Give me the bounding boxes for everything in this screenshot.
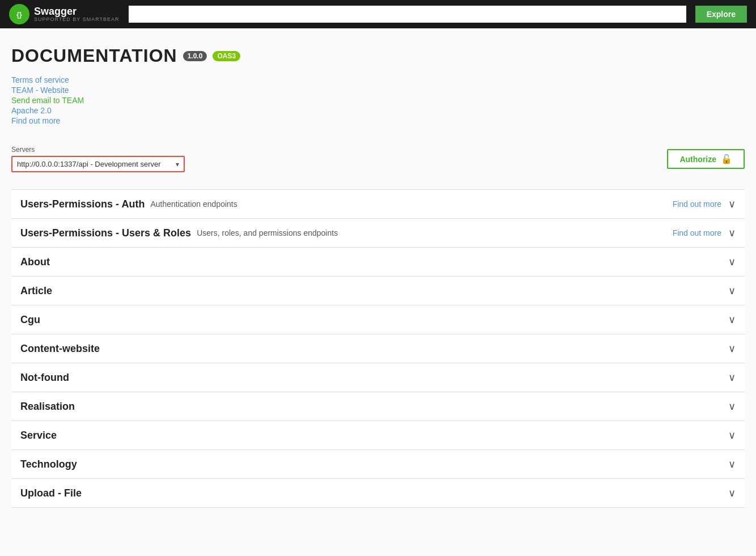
api-section-left: Technology [20, 459, 77, 470]
api-section-right: ∨ [728, 371, 736, 384]
api-section-header[interactable]: Not-found∨ [11, 363, 745, 392]
api-section-right: ∨ [728, 458, 736, 470]
logo-text: Swagger SUPPORTED BY SMARTBEAR [34, 6, 120, 22]
select-chevron-icon: ▾ [171, 158, 184, 171]
api-section: Service∨ [11, 421, 745, 450]
api-section: Technology∨ [11, 449, 745, 479]
api-section-title: Realisation [20, 401, 75, 413]
find-out-more-link[interactable]: Find out more [11, 116, 745, 125]
api-section-left: Users-Permissions - AuthAuthentication e… [20, 198, 237, 210]
chevron-down-icon: ∨ [728, 256, 736, 268]
chevron-down-icon: ∨ [728, 458, 736, 470]
chevron-down-icon: ∨ [728, 371, 736, 384]
chevron-down-icon: ∨ [728, 400, 736, 413]
api-section: Content-website∨ [11, 334, 745, 363]
api-section-right: Find out more∨ [673, 198, 736, 210]
info-links: Terms of service TEAM - Website Send ema… [11, 75, 745, 125]
api-section-header[interactable]: Content-website∨ [11, 334, 745, 363]
send-email-link[interactable]: Send email to TEAM [11, 96, 745, 105]
find-out-more-link[interactable]: Find out more [673, 228, 721, 237]
api-section: Realisation∨ [11, 392, 745, 421]
api-section-header[interactable]: Service∨ [11, 421, 745, 449]
api-section-title: Content-website [20, 343, 100, 355]
api-section-header[interactable]: Cgu∨ [11, 305, 745, 334]
api-section-header[interactable]: About∨ [11, 248, 745, 276]
api-section-left: Service [20, 430, 57, 442]
main-content: DOCUMENTATION 1.0.0 OAS3 Terms of servic… [0, 28, 756, 519]
logo-title: Swagger [34, 6, 120, 16]
api-section-title: About [20, 256, 50, 268]
api-section: Not-found∨ [11, 363, 745, 392]
svg-text:{}: {} [16, 11, 22, 19]
api-section-header[interactable]: Realisation∨ [11, 392, 745, 421]
chevron-down-icon: ∨ [728, 227, 736, 239]
api-section-right: ∨ [728, 429, 736, 442]
api-section: About∨ [11, 247, 745, 277]
api-section-left: Realisation [20, 401, 75, 413]
api-section: Users-Permissions - Users & RolesUsers, … [11, 218, 745, 248]
api-section-left: Users-Permissions - Users & RolesUsers, … [20, 227, 338, 239]
terms-of-service-link[interactable]: Terms of service [11, 75, 745, 84]
api-section-right: ∨ [728, 313, 736, 326]
chevron-down-icon: ∨ [728, 429, 736, 442]
server-selector-area: Servers http://0.0.0.0:1337/api - Develo… [11, 146, 185, 172]
chevron-down-icon: ∨ [728, 285, 736, 297]
authorize-label: Authorize [679, 155, 716, 164]
explore-button[interactable]: Explore [695, 6, 747, 23]
api-section-title: Service [20, 430, 57, 442]
logo-subtitle: SUPPORTED BY SMARTBEAR [34, 16, 120, 22]
server-select[interactable]: http://0.0.0.0:1337/api - Development se… [12, 157, 171, 171]
app-header: {} Swagger SUPPORTED BY SMARTBEAR Explor… [0, 0, 756, 28]
server-select-wrapper: http://0.0.0.0:1337/api - Development se… [11, 156, 185, 172]
api-section-right: ∨ [728, 256, 736, 268]
api-section-right: ∨ [728, 400, 736, 413]
doc-header: DOCUMENTATION 1.0.0 OAS3 [11, 45, 745, 66]
api-section-right: ∨ [728, 487, 736, 499]
api-section-header[interactable]: Users-Permissions - Users & RolesUsers, … [11, 219, 745, 247]
version-badge: 1.0.0 [183, 51, 207, 61]
api-section-left: About [20, 256, 50, 268]
api-section-title: Technology [20, 459, 77, 470]
api-section-title: Users-Permissions - Users & Roles [20, 227, 191, 239]
authorize-button[interactable]: Authorize 🔓 [667, 149, 745, 169]
api-section-title: Upload - File [20, 487, 82, 499]
api-section: Cgu∨ [11, 305, 745, 334]
api-section-left: Not-found [20, 372, 69, 384]
api-section-left: Article [20, 285, 52, 297]
servers-section: Servers http://0.0.0.0:1337/api - Develo… [11, 137, 745, 184]
logo-area: {} Swagger SUPPORTED BY SMARTBEAR [9, 4, 120, 24]
api-section-title: Not-found [20, 372, 69, 384]
api-groups-list: Users-Permissions - AuthAuthentication e… [11, 189, 745, 508]
license-link[interactable]: Apache 2.0 [11, 106, 745, 115]
api-section-right: ∨ [728, 285, 736, 297]
lock-icon: 🔓 [721, 154, 732, 164]
swagger-logo-icon: {} [9, 4, 29, 24]
oas-badge: OAS3 [213, 51, 240, 61]
search-input[interactable] [129, 6, 686, 23]
api-section: Users-Permissions - AuthAuthentication e… [11, 189, 745, 219]
api-section-right: ∨ [728, 342, 736, 355]
chevron-down-icon: ∨ [728, 313, 736, 326]
api-section-title: Article [20, 285, 52, 297]
chevron-down-icon: ∨ [728, 198, 736, 210]
api-section: Upload - File∨ [11, 478, 745, 508]
api-section-desc: Users, roles, and permissions endpoints [197, 228, 338, 237]
api-section-header[interactable]: Users-Permissions - AuthAuthentication e… [11, 190, 745, 218]
chevron-down-icon: ∨ [728, 487, 736, 499]
find-out-more-link[interactable]: Find out more [673, 200, 721, 209]
servers-label: Servers [11, 146, 185, 154]
api-section-title: Users-Permissions - Auth [20, 198, 145, 210]
api-section: Article∨ [11, 276, 745, 305]
api-section-header[interactable]: Article∨ [11, 277, 745, 305]
api-section-left: Cgu [20, 314, 40, 326]
api-section-desc: Authentication endpoints [150, 200, 237, 209]
api-section-right: Find out more∨ [673, 227, 736, 239]
doc-title: DOCUMENTATION [11, 45, 177, 66]
api-section-header[interactable]: Technology∨ [11, 450, 745, 478]
api-section-header[interactable]: Upload - File∨ [11, 479, 745, 507]
api-section-left: Content-website [20, 343, 100, 355]
api-section-title: Cgu [20, 314, 40, 326]
api-section-left: Upload - File [20, 487, 82, 499]
chevron-down-icon: ∨ [728, 342, 736, 355]
team-website-link[interactable]: TEAM - Website [11, 86, 745, 95]
